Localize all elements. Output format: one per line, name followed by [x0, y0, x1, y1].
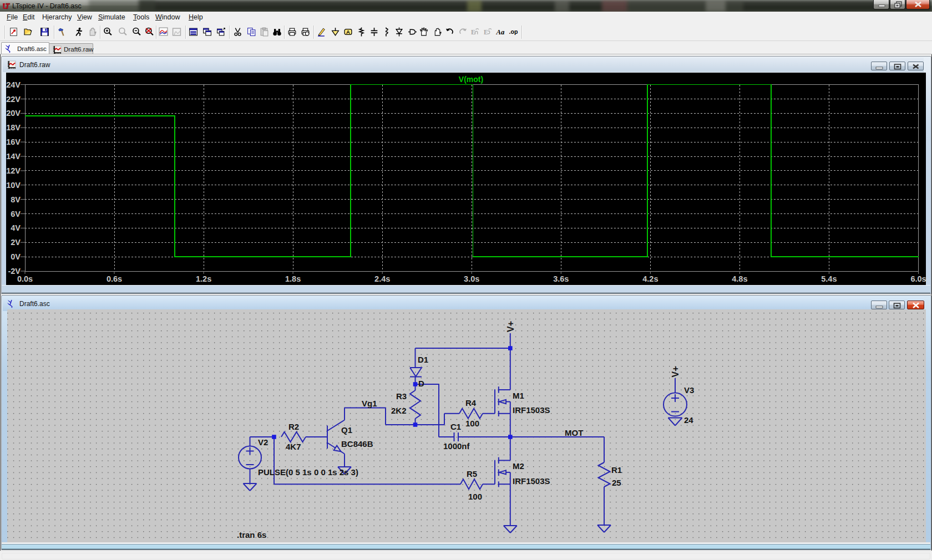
svg-text:BC846B: BC846B	[341, 439, 373, 449]
svg-text:R3: R3	[396, 391, 407, 401]
svg-text:R2: R2	[288, 422, 299, 431]
svg-text:3.6s: 3.6s	[553, 274, 569, 283]
svg-text:100: 100	[465, 419, 479, 428]
svg-text:12V: 12V	[6, 166, 21, 175]
svg-text:16V: 16V	[6, 138, 21, 146]
svg-text:3.0s: 3.0s	[464, 274, 479, 283]
svg-text:E: E	[484, 29, 488, 36]
svg-text:MOT: MOT	[565, 428, 583, 437]
svg-text:IRF1503S: IRF1503S	[513, 476, 550, 486]
svg-text:24: 24	[684, 415, 693, 425]
svg-text:5.4s: 5.4s	[821, 274, 837, 283]
svg-text:6.0s: 6.0s	[910, 274, 926, 283]
svg-text:D1: D1	[418, 355, 428, 364]
svg-text:4.8s: 4.8s	[732, 274, 747, 283]
svg-text:Aa: Aa	[496, 28, 505, 36]
svg-text:100: 100	[468, 492, 482, 501]
svg-text:D: D	[418, 379, 424, 388]
svg-text:M1: M1	[513, 391, 524, 400]
svg-text:6V: 6V	[11, 210, 21, 218]
svg-text:24V: 24V	[6, 80, 21, 89]
svg-text:M2: M2	[513, 461, 524, 471]
svg-text:E: E	[471, 29, 475, 36]
svg-text:V3: V3	[684, 385, 694, 395]
svg-text:1.2s: 1.2s	[196, 274, 211, 283]
svg-text:R5: R5	[467, 469, 477, 478]
svg-text:Q1: Q1	[341, 425, 352, 435]
svg-text:1000nf: 1000nf	[443, 441, 470, 451]
svg-text:8V: 8V	[11, 195, 21, 204]
svg-text:20V: 20V	[6, 109, 21, 118]
svg-text:2K2: 2K2	[391, 406, 407, 415]
svg-text:V+: V+	[671, 366, 680, 377]
svg-text:25: 25	[612, 478, 621, 487]
svg-text:.op: .op	[509, 28, 518, 35]
svg-text:V(mot): V(mot)	[459, 75, 483, 84]
svg-text:0.0s: 0.0s	[17, 274, 33, 283]
svg-text:10V: 10V	[6, 181, 21, 190]
svg-text:R4: R4	[465, 398, 477, 408]
svg-text:4K7: 4K7	[286, 442, 301, 451]
svg-text:A: A	[346, 29, 350, 35]
svg-text:0V: 0V	[11, 252, 21, 261]
svg-text:18V: 18V	[6, 123, 21, 132]
svg-text:1.8s: 1.8s	[285, 274, 301, 283]
svg-text:C1: C1	[450, 422, 461, 431]
svg-text:V2: V2	[258, 437, 268, 447]
svg-text:V+: V+	[506, 321, 515, 332]
svg-text:Vg1: Vg1	[362, 399, 377, 408]
svg-text:4V: 4V	[11, 223, 21, 232]
svg-text:22V: 22V	[6, 95, 21, 104]
svg-text:R1: R1	[611, 465, 622, 475]
svg-text:.tran 6s: .tran 6s	[237, 530, 266, 539]
svg-text:PULSE(0 5 1s 0 0 1s 2s 3): PULSE(0 5 1s 0 0 1s 2s 3)	[258, 467, 358, 477]
svg-text:2.4s: 2.4s	[374, 274, 390, 283]
svg-text:2V: 2V	[11, 238, 21, 247]
svg-text:IRF1503S: IRF1503S	[513, 405, 550, 415]
svg-text:4.2s: 4.2s	[642, 274, 658, 283]
svg-text:0.6s: 0.6s	[107, 274, 122, 283]
svg-text:14V: 14V	[6, 152, 21, 161]
